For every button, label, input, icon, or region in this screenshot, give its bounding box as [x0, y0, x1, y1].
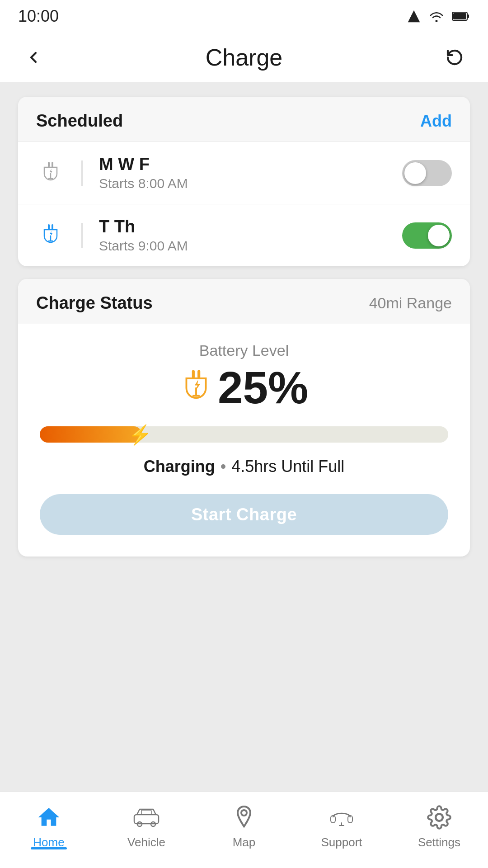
battery-percent-value: 25%	[218, 365, 308, 410]
status-bar: 10:00	[0, 0, 488, 33]
add-schedule-button[interactable]: Add	[420, 112, 452, 131]
refresh-button[interactable]	[441, 44, 468, 71]
nav-label-settings: Settings	[418, 835, 460, 849]
nav-item-home[interactable]: Home	[0, 803, 98, 849]
nav-item-map[interactable]: Map	[195, 803, 293, 849]
back-icon	[24, 48, 42, 66]
svg-marker-0	[408, 10, 420, 23]
svg-point-20	[241, 810, 247, 816]
svg-point-23	[436, 814, 443, 821]
scheduled-header: Scheduled Add	[18, 97, 470, 142]
scheduled-card: Scheduled Add M W F Starts 8:00 AM	[18, 97, 470, 266]
schedule-time-tth: Starts 9:00 AM	[99, 238, 388, 254]
home-active-bar	[31, 847, 67, 849]
progress-bolt-icon: ⚡	[128, 424, 152, 446]
schedule-item-tth: T Th Starts 9:00 AM	[18, 204, 470, 266]
refresh-icon	[446, 48, 464, 66]
support-icon	[327, 803, 356, 832]
schedule-info-mwf: M W F Starts 8:00 AM	[99, 155, 388, 191]
svg-rect-5	[52, 162, 53, 167]
svg-rect-8	[48, 224, 50, 230]
schedule-item-mwf: M W F Starts 8:00 AM	[18, 142, 470, 204]
home-icon	[34, 803, 63, 832]
schedule-divider	[81, 160, 83, 186]
charging-plug-icon	[180, 369, 212, 406]
settings-icon	[425, 803, 454, 832]
map-icon	[230, 803, 258, 832]
main-content: Scheduled Add M W F Starts 8:00 AM	[0, 82, 488, 791]
svg-rect-3	[453, 13, 466, 19]
schedule-toggle-mwf[interactable]	[402, 160, 452, 186]
status-time: 10:00	[18, 7, 59, 26]
plug-active-icon	[36, 221, 65, 250]
charging-status-text: Charging•4.5hrs Until Full	[144, 457, 345, 476]
nav-label-vehicle: Vehicle	[127, 835, 165, 849]
svg-rect-9	[52, 224, 53, 230]
nav-item-settings[interactable]: Settings	[390, 803, 488, 849]
signal-icon	[407, 9, 421, 24]
nav-label-map: Map	[233, 835, 256, 849]
schedule-days-tth: T Th	[99, 217, 388, 236]
charge-body: Battery Level 25%	[18, 324, 470, 557]
battery-percent-row: 25%	[180, 365, 308, 410]
schedule-divider-2	[81, 223, 83, 248]
svg-rect-4	[48, 162, 50, 167]
nav-label-support: Support	[321, 835, 362, 849]
toggle-knob-tth	[428, 225, 450, 246]
start-charge-button[interactable]: Start Charge	[40, 494, 448, 535]
charge-status-card: Charge Status 40mi Range Battery Level	[18, 279, 470, 557]
back-button[interactable]	[20, 44, 47, 71]
svg-rect-2	[467, 14, 469, 18]
battery-label: Battery Level	[199, 342, 289, 359]
svg-rect-12	[192, 370, 195, 378]
charge-status-title: Charge Status	[36, 293, 153, 313]
plug-inactive-icon	[36, 159, 65, 188]
schedule-toggle-tth[interactable]	[402, 222, 452, 249]
wifi-icon	[428, 10, 445, 23]
charge-status-header: Charge Status 40mi Range	[18, 279, 470, 324]
schedule-days-mwf: M W F	[99, 155, 388, 174]
vehicle-icon	[132, 803, 161, 832]
svg-rect-19	[141, 810, 151, 815]
status-icons	[407, 9, 470, 24]
header: Charge	[0, 33, 488, 82]
toggle-knob-mwf	[404, 162, 426, 184]
nav-item-support[interactable]: Support	[293, 803, 390, 849]
bottom-nav: Home Vehicle Map	[0, 791, 488, 868]
battery-icon	[452, 11, 470, 21]
nav-item-vehicle[interactable]: Vehicle	[98, 803, 195, 849]
charge-range: 40mi Range	[369, 294, 452, 312]
svg-rect-13	[197, 370, 200, 378]
schedule-time-mwf: Starts 8:00 AM	[99, 176, 388, 191]
progress-bar-fill: ⚡	[40, 426, 142, 443]
progress-bar-container: ⚡	[40, 426, 448, 443]
scheduled-title: Scheduled	[36, 111, 123, 131]
schedule-info-tth: T Th Starts 9:00 AM	[99, 217, 388, 254]
page-title: Charge	[47, 44, 441, 71]
